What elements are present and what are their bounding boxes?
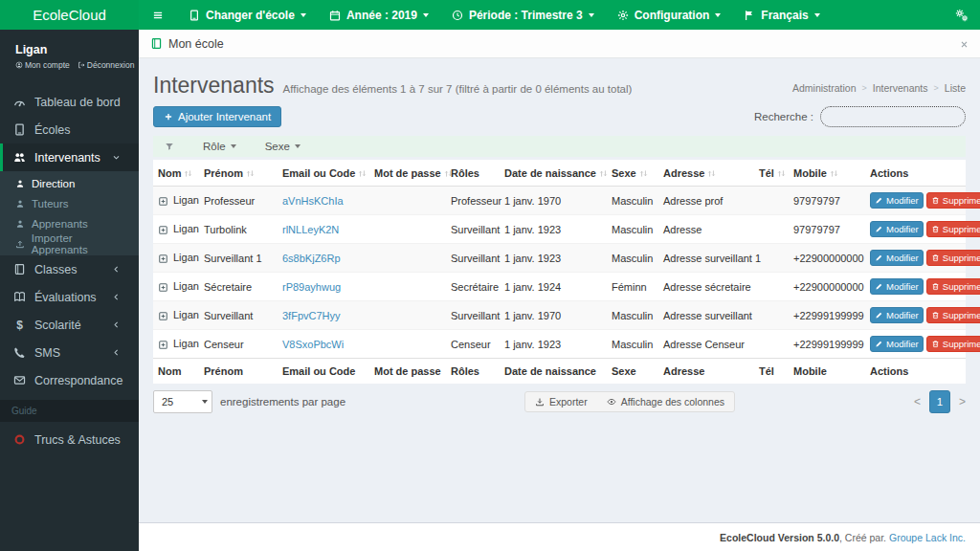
sidebar-toggle-button[interactable] — [139, 0, 177, 30]
sidebar-item-intervenants[interactable]: Intervenants — [0, 143, 139, 171]
sidebar-item-correspondance[interactable]: Correspondance — [0, 366, 139, 394]
nav-change-school[interactable]: Changer d'école — [177, 0, 318, 30]
cell-prenom: Professeur — [199, 187, 278, 215]
cell-role: Professeur — [446, 187, 500, 215]
delete-button[interactable]: Supprimer — [926, 336, 980, 352]
column-header[interactable]: Prénom — [199, 160, 278, 187]
cell-prenom: Surveillant 1 — [199, 244, 278, 273]
nav-period[interactable]: Période : Trimestre 3 — [440, 0, 606, 30]
column-visibility-button[interactable]: Affichage des colonnes — [597, 392, 734, 411]
sort-icon[interactable] — [829, 168, 839, 179]
close-bar-button[interactable] — [960, 37, 969, 51]
delete-button[interactable]: Supprimer — [926, 250, 980, 266]
nav-year[interactable]: Année : 2019 — [318, 0, 440, 30]
export-button[interactable]: Exporter — [525, 392, 597, 411]
sidebar-item-trucs-astuces[interactable]: Trucs & Astuces — [0, 426, 139, 453]
expand-row-icon[interactable] — [158, 340, 168, 350]
email-code-link[interactable]: 3fFpvC7Hyy — [282, 310, 341, 321]
delete-button[interactable]: Supprimer — [926, 221, 980, 237]
sidebar-item-ecoles[interactable]: Écoles — [0, 116, 139, 143]
trash-icon — [931, 340, 940, 348]
sort-icon[interactable] — [706, 168, 717, 179]
expand-row-icon[interactable] — [158, 253, 168, 264]
user-circle-icon — [15, 61, 23, 69]
cell-email: rP89ayhwug — [278, 273, 369, 301]
column-header[interactable]: Tél — [754, 160, 789, 187]
sidebar-subitem-direction[interactable]: Direction — [0, 173, 139, 193]
nav-language[interactable]: Français — [732, 0, 831, 30]
footer-company-link[interactable]: Groupe Lack Inc. — [889, 532, 966, 543]
caret-down-icon — [814, 13, 820, 17]
cell-mobile: +22900000000 — [789, 244, 865, 273]
envelope-icon — [13, 374, 26, 386]
sidebar-item-sms[interactable]: SMS — [0, 339, 139, 366]
expand-row-icon[interactable] — [158, 282, 168, 293]
edit-button[interactable]: Modifier — [870, 221, 924, 237]
edit-button[interactable]: Modifier — [870, 192, 924, 209]
pagination-next[interactable]: > — [959, 395, 966, 408]
sidebar-subitem-tuteurs[interactable]: Tuteurs — [0, 193, 139, 213]
column-header[interactable]: Date de naissance — [500, 160, 607, 187]
pagination-prev[interactable]: < — [914, 395, 921, 408]
role-filter-dropdown[interactable]: Rôle — [203, 141, 236, 152]
delete-button[interactable]: Supprimer — [926, 307, 980, 323]
sort-icon[interactable] — [598, 168, 609, 179]
email-code-link[interactable]: V8SxoPbcWi — [282, 339, 344, 350]
column-header-label: Sexe — [612, 167, 636, 179]
sort-icon[interactable] — [357, 168, 368, 179]
add-intervenant-button[interactable]: Ajouter Intervenant — [153, 106, 281, 127]
sidebar-subitem-importer-apprenants[interactable]: Importer Apprenants — [0, 233, 139, 253]
email-code-link[interactable]: aVnHsKChIa — [282, 195, 344, 207]
sidebar-item-tableau-de-bord[interactable]: Tableau de bord — [0, 88, 139, 116]
email-code-link[interactable]: rP89ayhwug — [282, 281, 341, 293]
page-size-select[interactable]: 25 — [153, 390, 212, 413]
cell-adresse: Adresse surveillant — [658, 301, 754, 330]
cell-actions: ModifierSupprimer — [865, 187, 966, 215]
breadcrumb-administration[interactable]: Administration — [792, 82, 857, 94]
sort-icon[interactable] — [183, 168, 193, 179]
caret-down-icon — [423, 13, 429, 17]
search-input[interactable] — [820, 106, 966, 127]
classes-icon — [13, 263, 26, 276]
user-icon — [15, 219, 25, 229]
expand-row-icon[interactable] — [158, 311, 168, 321]
column-header[interactable]: Sexe — [607, 160, 658, 187]
cell-mot-de-passe — [369, 187, 446, 215]
trash-icon — [931, 225, 940, 233]
column-header[interactable]: Nom — [153, 160, 199, 187]
breadcrumb-intervenants[interactable]: Intervenants — [873, 82, 928, 94]
nav-configuration[interactable]: Configuration — [606, 0, 733, 30]
logout-link[interactable]: Déconnexion — [78, 60, 135, 70]
pagination-page-1[interactable]: 1 — [929, 390, 950, 413]
column-header[interactable]: Mot de passe — [369, 160, 446, 187]
email-code-link[interactable]: 6s8bKjZ6Rp — [282, 253, 341, 264]
sidebar-item-scolarite[interactable]: $ Scolarité — [0, 311, 139, 339]
sexe-filter-dropdown[interactable]: Sexe — [265, 141, 301, 152]
sidebar-item-classes[interactable]: Classes — [0, 255, 139, 283]
brand-logo[interactable]: EcoleCloud — [0, 0, 139, 30]
edit-button[interactable]: Modifier — [870, 307, 924, 323]
delete-button[interactable]: Supprimer — [926, 192, 980, 209]
mon-ecole-title: Mon école — [168, 37, 224, 51]
sort-icon[interactable] — [245, 168, 256, 179]
settings-cogs-button[interactable] — [944, 0, 980, 30]
nav-year-label: Année : 2019 — [346, 9, 417, 22]
edit-button[interactable]: Modifier — [870, 250, 924, 266]
column-header[interactable]: Mobile — [789, 160, 865, 187]
email-code-link[interactable]: rlNLLeyK2N — [282, 224, 339, 235]
edit-button[interactable]: Modifier — [870, 336, 924, 352]
column-header[interactable]: Adresse — [658, 160, 754, 187]
users-icon — [13, 151, 26, 164]
footer-column-header: Mot de passe — [369, 359, 446, 385]
page-footer: EcoleCloud Version 5.0.0 , Créé par. Gro… — [139, 522, 980, 551]
sidebar-subitem-apprenants[interactable]: Apprenants — [0, 213, 139, 233]
column-header[interactable]: Email ou Code — [278, 160, 369, 187]
delete-button[interactable]: Supprimer — [926, 278, 980, 295]
account-link[interactable]: Mon compte — [15, 60, 70, 70]
sort-icon[interactable] — [638, 168, 649, 179]
expand-row-icon[interactable] — [158, 225, 168, 235]
sidebar-item-evaluations[interactable]: Évaluations — [0, 283, 139, 311]
edit-button[interactable]: Modifier — [870, 278, 924, 295]
sort-icon[interactable] — [776, 168, 787, 179]
expand-row-icon[interactable] — [158, 196, 168, 207]
